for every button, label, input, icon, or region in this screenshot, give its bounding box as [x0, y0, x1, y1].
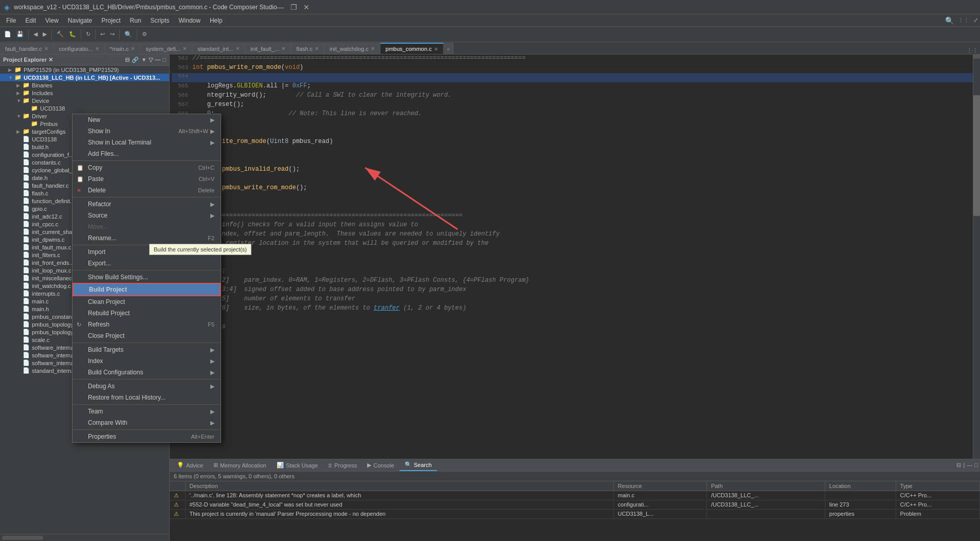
btab-stack[interactable]: 📊 Stack Usage	[271, 460, 323, 471]
tab-system-def[interactable]: system_defi... ✕	[140, 43, 192, 54]
tab-flash[interactable]: flash.c ✕	[291, 43, 324, 54]
main-layout: Project Explorer ✕ ⊟ 🔗 ▼ ▽ — □ ▶ 📁 PMP21…	[0, 55, 980, 541]
btab-progress[interactable]: ⧖ Progress	[323, 460, 362, 471]
tab-init-watchdog[interactable]: init_watchdog.c ✕	[324, 43, 380, 54]
menu-project[interactable]: Project	[97, 16, 124, 25]
tab-pmbus-common[interactable]: pmbus_common.c ✕	[380, 43, 444, 54]
tree-item-includes[interactable]: ▶ 📁 Includes	[0, 89, 169, 97]
editor-menu-icon[interactable]: ⋮⋮	[967, 47, 978, 54]
view-menu-icon[interactable]: ▽	[149, 57, 153, 63]
menu-scripts[interactable]: Scripts	[147, 16, 174, 25]
refresh-toolbar-button[interactable]: ↻	[84, 30, 93, 39]
filter-icon[interactable]: ▼	[141, 57, 147, 63]
menu-window[interactable]: Window	[174, 16, 205, 25]
ctx-clean-project[interactable]: Clean Project	[72, 296, 221, 308]
ctx-debug-as[interactable]: Debug As ▶	[72, 381, 221, 392]
tab-close-configuration[interactable]: ✕	[95, 46, 99, 51]
vertical-scrollbar[interactable]	[973, 55, 980, 459]
menu-help[interactable]: Help	[206, 16, 227, 25]
maximize-bottom-icon[interactable]: □	[974, 462, 978, 468]
tab-fault-handler[interactable]: fault_handler.c ✕	[0, 43, 54, 54]
ctx-rebuild-project[interactable]: Rebuild Project	[72, 308, 221, 319]
ctx-export[interactable]: Export...	[72, 258, 221, 269]
tab-overflow[interactable]: »	[444, 43, 453, 54]
search-toolbar-button[interactable]: 🔍	[122, 30, 134, 39]
btab-memory[interactable]: ⊞ Memory Allocation	[208, 460, 271, 471]
tree-item-ucd3138-folder[interactable]: 📁 UCD3138	[0, 104, 169, 112]
tree-item-device[interactable]: ▼ 📁 Device	[0, 97, 169, 104]
close-button[interactable]: ✕	[303, 3, 310, 11]
settings-button[interactable]: ⚙	[140, 30, 149, 39]
ctx-new[interactable]: New ▶	[72, 114, 221, 125]
tab-configuration[interactable]: configuratio... ✕	[54, 43, 105, 54]
maximize-button[interactable]: ❐	[291, 3, 297, 11]
ctx-index[interactable]: Index ▶	[72, 355, 221, 367]
tab-standard-int[interactable]: standard_int... ✕	[192, 43, 245, 54]
ctx-show-in[interactable]: Show In Alt+Shift+W ▶	[72, 125, 221, 137]
menu-edit[interactable]: Edit	[21, 16, 40, 25]
problem-row-2[interactable]: ⚠ #552-D variable "dead_time_4_local" wa…	[170, 500, 980, 510]
tab-close-standard[interactable]: ✕	[235, 46, 240, 51]
ctx-source[interactable]: Source ▶	[72, 210, 221, 221]
debug-button[interactable]: 🐛	[67, 30, 78, 39]
menu-navigate[interactable]: Navigate	[64, 16, 96, 25]
tab-close-main[interactable]: ✕	[131, 46, 135, 51]
ctx-show-build-settings[interactable]: Show Build Settings...	[72, 272, 221, 283]
tree-item-binaries[interactable]: ▶ 📁 Binaries	[0, 81, 169, 89]
save-button[interactable]: 💾	[14, 30, 26, 39]
ctx-close-project[interactable]: Close Project	[72, 330, 221, 341]
menu-file[interactable]: File	[2, 16, 20, 25]
problem-row-1[interactable]: ⚠ '../main.c', line 128: Assembly statem…	[170, 491, 980, 500]
fullscreen-icon[interactable]: ⤢	[973, 17, 978, 24]
tree-item-ucd3138[interactable]: ▼ 📁 UCD3138_LLC_HB (in LLC_HB) [Active -…	[0, 74, 169, 81]
menu-run[interactable]: Run	[126, 16, 146, 25]
back-button[interactable]: ◀	[31, 30, 40, 39]
ctx-build-targets[interactable]: Build Targets ▶	[72, 344, 221, 355]
ctx-refactor[interactable]: Refactor ▶	[72, 199, 221, 210]
btab-console[interactable]: ▶ Console	[362, 460, 399, 471]
btab-search[interactable]: 🔍 Search	[400, 460, 437, 471]
ctx-paste[interactable]: 📋 Paste Ctrl+V	[72, 173, 221, 185]
ctx-copy[interactable]: 📋 Copy Ctrl+C	[72, 162, 221, 173]
ctx-build-project[interactable]: Build Project	[72, 283, 221, 296]
collapse-all-icon[interactable]: ⊟	[125, 57, 130, 63]
new-button[interactable]: 📄	[2, 30, 13, 39]
editor-area[interactable]: 562 //==================================…	[170, 55, 973, 459]
forward-button[interactable]: ▶	[41, 30, 49, 39]
tab-close-init-fault[interactable]: ✕	[281, 46, 285, 51]
ctx-compare-with[interactable]: Compare With ▶	[72, 417, 221, 428]
ctx-delete[interactable]: ✕ Delete Delete	[72, 185, 221, 196]
ctx-show-local[interactable]: Show in Local Terminal ▶	[72, 137, 221, 148]
tab-close-flash[interactable]: ✕	[315, 46, 319, 51]
tree-item-pmp21529[interactable]: ▶ 📁 PMP21529 (in UCD3138_PMP21529)	[0, 66, 169, 74]
tab-close-system[interactable]: ✕	[183, 46, 187, 51]
tab-close-fault-handler[interactable]: ✕	[44, 46, 48, 51]
menu-view[interactable]: View	[41, 16, 63, 25]
maximize-panel-icon[interactable]: □	[162, 57, 166, 63]
toolbar-menu-icon[interactable]: ⋮⋮	[958, 17, 969, 24]
btab-advice[interactable]: 💡 Advice	[172, 460, 208, 471]
code-view[interactable]: 562 //==================================…	[170, 55, 973, 459]
problem-row-3[interactable]: ⚠ This project is currently in 'manual' …	[170, 510, 980, 519]
tab-main-c[interactable]: *main.c ✕	[105, 43, 141, 54]
ctx-team[interactable]: Team ▶	[72, 406, 221, 417]
undo-button[interactable]: ↩	[98, 30, 107, 39]
filter-bottom-icon[interactable]: ⊟	[956, 462, 961, 468]
code-line-564: 564	[172, 73, 973, 82]
link-editor-icon[interactable]: 🔗	[132, 57, 139, 63]
ctx-restore-history[interactable]: Restore from Local History...	[72, 392, 221, 403]
minimize-bottom-icon[interactable]: —	[967, 462, 972, 468]
minimize-button[interactable]: —	[277, 3, 284, 11]
build-button[interactable]: 🔨	[55, 30, 66, 39]
tab-close-pmbus[interactable]: ✕	[434, 46, 438, 52]
redo-button[interactable]: ↪	[108, 30, 117, 39]
tab-init-fault[interactable]: init_fault_... ✕	[245, 43, 291, 54]
ctx-add-files[interactable]: Add Files...	[72, 148, 221, 159]
ctx-rename[interactable]: Rename... F2	[72, 232, 221, 244]
ctx-refresh[interactable]: ↻ Refresh F5	[72, 319, 221, 330]
search-icon[interactable]: 🔍	[945, 16, 954, 25]
tab-close-watchdog[interactable]: ✕	[371, 46, 375, 51]
ctx-properties[interactable]: Properties Alt+Enter	[72, 431, 221, 442]
minimize-panel-icon[interactable]: —	[155, 57, 160, 63]
ctx-build-configs[interactable]: Build Configurations ▶	[72, 367, 221, 378]
